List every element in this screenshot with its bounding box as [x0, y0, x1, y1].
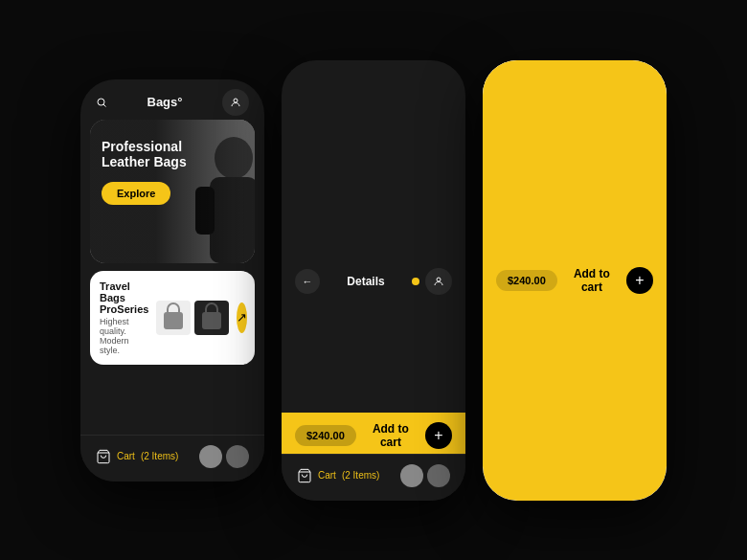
avatar-center-2 — [427, 464, 450, 487]
plus-button-right[interactable]: + — [626, 267, 653, 294]
cart-left[interactable]: Cart (2 Items) — [96, 449, 178, 464]
price-right: $240.00 — [496, 270, 557, 291]
avatar-1 — [199, 445, 222, 468]
svg-line-1 — [103, 104, 106, 107]
cart-label-text: Cart — [117, 451, 135, 461]
back-button-center[interactable]: ← — [295, 269, 320, 294]
status-dot-center — [412, 278, 419, 285]
avatar-center-1 — [400, 464, 423, 487]
promo-arrow-button[interactable]: ↗ — [237, 302, 247, 333]
user-icon[interactable] — [222, 89, 249, 116]
svg-rect-8 — [164, 312, 183, 329]
bottom-bar-left: Cart (2 Items) — [80, 435, 264, 482]
hero-title: Professional Leather Bags — [102, 139, 187, 171]
promo-title: Travel Bags ProSeries — [100, 280, 148, 315]
add-to-cart-bar-right: $240.00 Add to cart + — [483, 60, 667, 501]
svg-point-0 — [98, 99, 104, 105]
bag-thumb-1 — [156, 301, 191, 335]
promo-card: Travel Bags ProSeries Highest quality. M… — [90, 271, 255, 365]
promo-text: Travel Bags ProSeries Highest quality. M… — [100, 280, 148, 355]
add-to-cart-label-center[interactable]: Add to cart — [364, 422, 418, 449]
add-to-cart-bar-center: $240.00 Add to cart + — [282, 413, 465, 459]
phone-left: Bags° — [80, 79, 264, 482]
cart-label-text-center: Cart — [318, 470, 336, 481]
phone-right: ← Details Black Leather Backpack ✕ — [483, 60, 667, 501]
bottom-bar-center: Cart (2 Items) — [282, 454, 465, 501]
svg-rect-10 — [202, 312, 221, 329]
back-icon: ← — [303, 276, 313, 287]
add-to-cart-label-right[interactable]: Add to cart — [565, 267, 619, 294]
cart-icon — [96, 449, 111, 464]
plus-icon-right: + — [635, 272, 644, 289]
phone-title-left: Bags° — [147, 95, 183, 109]
plus-button-center[interactable]: + — [425, 422, 452, 449]
svg-point-12 — [437, 278, 441, 281]
avatar-group-center — [400, 464, 450, 487]
phone-center: ← Details Black Leather Backpack — [282, 60, 465, 501]
promo-images — [156, 301, 229, 335]
top-right-center — [412, 268, 452, 295]
cart-center[interactable]: Cart (2 Items) — [297, 468, 379, 483]
explore-button[interactable]: Explore — [102, 182, 170, 205]
status-bar-left: Bags° — [80, 79, 264, 120]
hero-content: Professional Leather Bags Explore — [102, 139, 187, 206]
promo-subtitle: Highest quality. Modern style. — [100, 317, 148, 355]
svg-point-2 — [234, 99, 238, 102]
bag-thumb-2 — [194, 301, 229, 335]
plus-icon-center: + — [434, 427, 442, 444]
avatar-2 — [226, 445, 249, 468]
promo-content: Travel Bags ProSeries Highest quality. M… — [100, 280, 148, 355]
cart-icon-center — [297, 468, 312, 483]
user-icon-center[interactable] — [425, 268, 452, 295]
price-center: $240.00 — [295, 425, 356, 446]
arrow-icon: ↗ — [237, 310, 247, 325]
cart-count-center: (2 Items) — [342, 470, 379, 481]
avatar-group — [199, 445, 249, 468]
page-title-center: Details — [347, 275, 384, 288]
search-icon[interactable] — [96, 97, 107, 108]
hero-section: Professional Leather Bags Explore — [90, 120, 255, 263]
cart-count: (2 Items) — [141, 451, 178, 461]
